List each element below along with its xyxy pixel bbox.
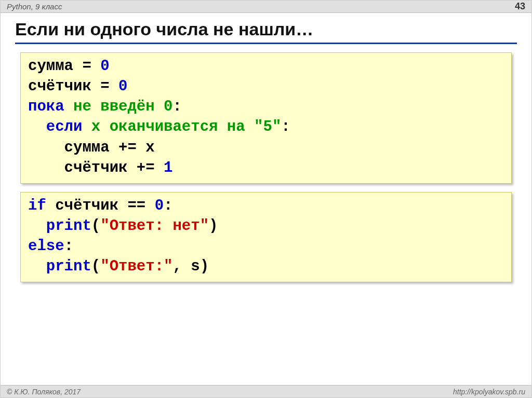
code-text: счётчик: [46, 197, 118, 214]
slide-content: сумма = 0 счётчик = 0 пока не введён 0: …: [1, 47, 531, 385]
code-text: :: [172, 98, 181, 115]
code-text: сумма: [28, 58, 73, 75]
code-text: =: [73, 58, 100, 75]
code-text: 0: [118, 78, 127, 95]
footer-url: http://kpolyakov.spb.ru: [453, 388, 525, 396]
slide-title: Если ни одного числа не нашли…: [15, 19, 517, 44]
code-text: 1: [164, 159, 172, 176]
code-text: :: [164, 197, 172, 214]
slide-header: Python, 9 класс 43: [1, 1, 531, 13]
code-keyword: else: [28, 238, 64, 255]
code-text: ==: [118, 197, 155, 214]
code-box-pseudocode: сумма = 0 счётчик = 0 пока не введён 0: …: [20, 52, 512, 184]
code-keyword: print: [28, 258, 91, 275]
slide-footer: © К.Ю. Поляков, 2017 http://kpolyakov.sp…: [1, 385, 531, 397]
page-number: 43: [515, 1, 525, 12]
code-text: сумма += x: [28, 139, 155, 156]
code-text: x оканчивается на "5": [82, 118, 281, 135]
copyright-label: © К.Ю. Поляков, 2017: [7, 388, 81, 396]
title-wrap: Если ни одного числа не нашли…: [1, 13, 531, 47]
code-box-python: if счётчик == 0: print("Ответ: нет") els…: [20, 192, 512, 283]
code-text: :: [64, 238, 73, 255]
code-string: "Ответ:": [100, 258, 172, 275]
code-text: счётчик: [28, 159, 127, 176]
course-label: Python, 9 класс: [7, 2, 62, 11]
code-text: =: [91, 78, 118, 95]
code-text: счётчик: [28, 78, 91, 95]
code-text: 0: [100, 58, 109, 75]
code-text: ): [209, 217, 218, 235]
code-keyword: если: [28, 118, 82, 135]
code-keyword: пока: [28, 98, 64, 115]
code-text: не введён 0: [64, 98, 173, 115]
code-text: (: [91, 258, 100, 275]
code-text: , s): [172, 258, 209, 275]
code-text: 0: [155, 197, 164, 214]
code-keyword: print: [28, 217, 91, 235]
code-text: :: [281, 118, 290, 135]
code-string: "Ответ: нет": [100, 217, 209, 235]
code-text: (: [91, 217, 100, 235]
code-text: +=: [127, 159, 164, 176]
code-keyword: if: [28, 197, 46, 214]
slide: Python, 9 класс 43 Если ни одного числа …: [0, 0, 532, 398]
